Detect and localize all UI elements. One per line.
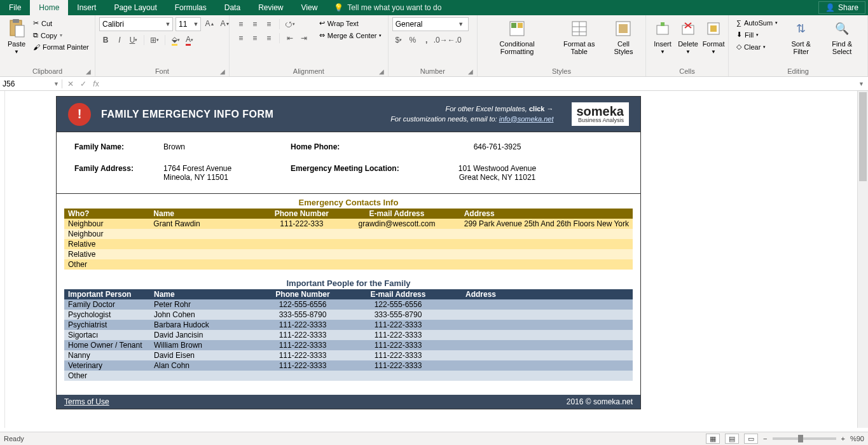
table-row[interactable]: VeterinaryAlan Cohn111-222-3333111-222-3…: [64, 360, 633, 371]
cell-phone[interactable]: 111-222-333: [270, 219, 333, 229]
cell-who[interactable]: Relative: [64, 239, 149, 249]
zoom-slider-knob[interactable]: [798, 435, 803, 442]
cell-addr[interactable]: [460, 259, 633, 270]
cell-who[interactable]: Relative: [64, 249, 149, 259]
cell-name[interactable]: Peter Rohr: [150, 299, 271, 310]
cell-email[interactable]: 111-222-3333: [334, 320, 462, 330]
align-right-button[interactable]: ≡: [263, 32, 275, 44]
zoom-level[interactable]: %90: [850, 435, 864, 442]
comma-button[interactable]: ,: [420, 34, 433, 46]
cell-who[interactable]: Family Doctor: [64, 299, 150, 310]
align-middle-button[interactable]: ≡: [249, 18, 261, 31]
cell-email[interactable]: grawdin@wescott.com: [333, 219, 460, 229]
table-row[interactable]: PsychologistJohn Cohen333-555-8790333-55…: [64, 310, 633, 320]
cell-email[interactable]: [334, 371, 462, 381]
conditional-formatting-button[interactable]: Conditional Formatting: [481, 17, 553, 57]
format-painter-button[interactable]: 🖌Format Painter: [31, 42, 92, 52]
insert-cells-button[interactable]: Insert▼: [650, 17, 675, 56]
wrap-text-button[interactable]: ↩Wrap Text: [317, 18, 385, 29]
format-as-table-button[interactable]: Format as Table: [553, 17, 605, 57]
cell-addr[interactable]: [462, 360, 633, 371]
cell-who[interactable]: Psychiatrist: [64, 320, 150, 330]
cell-email[interactable]: 111-222-3333: [334, 350, 462, 360]
cell-name[interactable]: David Jancisin: [150, 330, 271, 340]
share-button[interactable]: 👤 Share: [818, 1, 865, 14]
normal-view-button[interactable]: ▦: [706, 434, 720, 444]
cell-addr[interactable]: [460, 229, 633, 239]
cell-name[interactable]: [150, 371, 271, 381]
chevron-down-icon[interactable]: ▼: [457, 21, 465, 27]
zoom-slider[interactable]: [773, 437, 836, 440]
cell-email[interactable]: 333-555-8790: [334, 310, 462, 320]
cell-who[interactable]: Neighbour: [64, 229, 149, 239]
table-row[interactable]: NeighbourGrant Rawdin111-222-333grawdin@…: [64, 219, 633, 229]
tab-home[interactable]: Home: [30, 0, 68, 15]
tab-formulas[interactable]: Formulas: [166, 0, 216, 15]
dialog-launch-icon[interactable]: ◢: [468, 68, 473, 75]
font-color-button[interactable]: A▾: [183, 34, 196, 46]
cell-email[interactable]: 111-222-3333: [334, 330, 462, 340]
cell-name[interactable]: Grant Rawdin: [149, 219, 270, 229]
cell-addr[interactable]: [460, 239, 633, 249]
home-phone-value[interactable]: 646-761-3925: [418, 142, 577, 151]
cell-who[interactable]: Neighbour: [64, 219, 149, 229]
tab-page-layout[interactable]: Page Layout: [105, 0, 165, 15]
cell-phone[interactable]: 111-222-3333: [271, 360, 334, 371]
cut-button[interactable]: ✂Cut: [31, 18, 92, 29]
decrease-decimal-button[interactable]: ←.0: [448, 34, 461, 46]
cell-email[interactable]: 111-222-3333: [334, 340, 462, 350]
cell-name[interactable]: Barbara Hudock: [150, 320, 271, 330]
cell-addr[interactable]: [462, 371, 633, 381]
zoom-out-button[interactable]: −: [763, 435, 767, 442]
cell-who[interactable]: Psychologist: [64, 310, 150, 320]
emergency-contacts-table[interactable]: Who? Name Phone Number E-mail Address Ad…: [64, 209, 633, 270]
tab-view[interactable]: View: [293, 0, 327, 15]
cell-email[interactable]: [333, 249, 460, 259]
page-layout-view-button[interactable]: ▤: [725, 434, 739, 444]
cell-phone[interactable]: [271, 371, 334, 381]
cell-who[interactable]: Home Owner / Tenant: [64, 340, 150, 350]
cell-who[interactable]: Other: [64, 259, 149, 270]
cell-email[interactable]: [333, 259, 460, 270]
orientation-button[interactable]: ⭯▾: [284, 18, 296, 31]
name-box[interactable]: ▼: [0, 79, 62, 88]
cell-phone[interactable]: 111-222-3333: [271, 320, 334, 330]
cell-email[interactable]: 122-555-6556: [334, 299, 462, 310]
cell-addr[interactable]: [462, 350, 633, 360]
cell-addr[interactable]: [462, 310, 633, 320]
cell-phone[interactable]: [270, 249, 333, 259]
table-row[interactable]: Other: [64, 371, 633, 381]
borders-button[interactable]: ⊞▾: [148, 34, 161, 46]
zoom-in-button[interactable]: +: [841, 435, 845, 442]
dialog-launch-icon[interactable]: ◢: [220, 68, 225, 75]
cell-phone[interactable]: 122-555-6556: [271, 299, 334, 310]
cell-name[interactable]: [149, 229, 270, 239]
cell-email[interactable]: [333, 239, 460, 249]
vertical-scrollbar[interactable]: [857, 91, 868, 428]
tab-data[interactable]: Data: [216, 0, 249, 15]
table-row[interactable]: Other: [64, 259, 633, 270]
number-format-combo[interactable]: ▼: [392, 17, 469, 31]
scrollbar-thumb[interactable]: [859, 92, 867, 181]
cancel-formula-icon[interactable]: ✕: [65, 79, 76, 88]
table-row[interactable]: Relative: [64, 249, 633, 259]
fill-color-button[interactable]: ⬙▾: [169, 34, 182, 46]
info-email-link[interactable]: info@someka.net: [499, 115, 554, 123]
cell-phone[interactable]: 111-222-3333: [271, 340, 334, 350]
increase-font-button[interactable]: A▲: [203, 17, 216, 30]
cell-who[interactable]: Other: [64, 371, 150, 381]
italic-button[interactable]: I: [113, 34, 126, 46]
paste-button[interactable]: Paste ▼: [4, 17, 29, 56]
expand-formula-icon[interactable]: ▼: [855, 81, 868, 87]
enter-formula-icon[interactable]: ✓: [78, 79, 89, 88]
delete-cells-button[interactable]: Delete▼: [675, 17, 701, 56]
cell-addr[interactable]: [460, 249, 633, 259]
cell-styles-button[interactable]: Cell Styles: [605, 17, 642, 57]
bold-button[interactable]: B: [99, 34, 112, 46]
worksheet-area[interactable]: ! FAMILY EMERGENCY INFO FORM For other E…: [0, 91, 868, 428]
table-row[interactable]: Relative: [64, 239, 633, 249]
page-break-view-button[interactable]: ▭: [744, 434, 758, 444]
family-name-value[interactable]: Brown: [163, 142, 291, 151]
cell-addr[interactable]: [462, 299, 633, 310]
font-name-input[interactable]: [100, 20, 163, 29]
